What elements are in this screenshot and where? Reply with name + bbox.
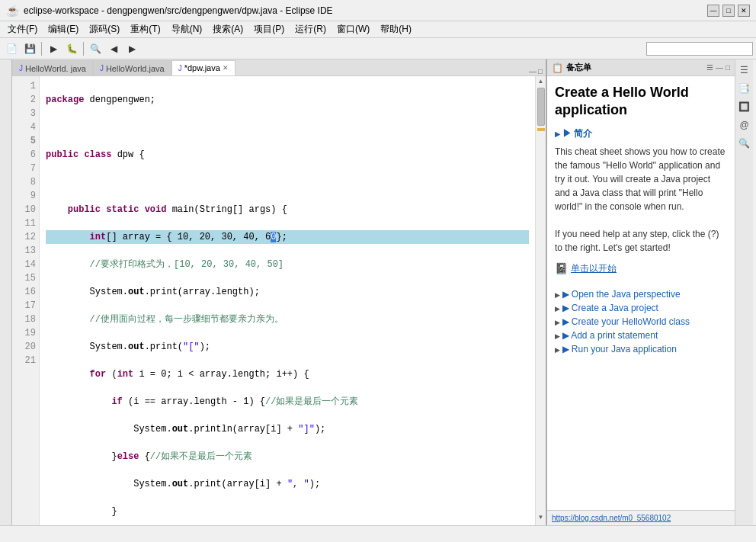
nav-link-3[interactable]: ▶ Create your HelloWorld class: [555, 316, 727, 327]
code-line-4: [46, 175, 529, 189]
tab-helloworld1[interactable]: J HelloWorld. java: [12, 60, 93, 75]
menu-run[interactable]: 运行(R): [290, 21, 331, 37]
line-num-3: 3: [12, 107, 36, 120]
code-line-10: System.out.print("[");: [46, 340, 529, 354]
new-button[interactable]: 📄: [3, 40, 20, 57]
side-icon-4[interactable]: @: [737, 117, 752, 133]
code-line-6: int[] array = { 10, 20, 30, 40, 60};: [46, 230, 529, 244]
editor-area: J HelloWorld. java J HelloWorld.java J *…: [12, 59, 546, 525]
menubar: 文件(F) 编辑(E) 源码(S) 重构(T) 导航(N) 搜索(A) 项目(P…: [0, 21, 756, 38]
line-num-9: 9: [12, 189, 36, 203]
panel-minimize-button[interactable]: ☰: [706, 63, 713, 72]
cheatsheet-start-row: 📓 单击以开始: [555, 262, 727, 275]
menu-navigate[interactable]: 导航(N): [167, 21, 207, 37]
close-button[interactable]: ✕: [738, 5, 750, 17]
panel-expand-button[interactable]: —: [716, 63, 723, 72]
line-num-15: 15: [12, 271, 36, 285]
line-num-12: 12: [12, 230, 36, 244]
menu-search[interactable]: 搜索(A): [208, 21, 248, 37]
tab-close-3[interactable]: ✕: [223, 64, 229, 72]
eclipse-icon: ☕: [6, 5, 19, 17]
scroll-down-arrow[interactable]: ▼: [537, 512, 546, 522]
cheatsheet-panel-title: 备忘单: [566, 62, 706, 73]
window-title: eclipse-workspace - dengpengwen/src/deng…: [24, 5, 333, 16]
code-content[interactable]: package dengpengwen; public class dpw { …: [40, 76, 535, 525]
code-line-14: }else {//如果不是最后一个元素: [46, 450, 529, 463]
cheatsheet-title: Create a Hello World application: [555, 84, 727, 120]
line-num-21: 21: [12, 354, 36, 367]
side-icon-1[interactable]: ☰: [737, 63, 752, 78]
notebook-icon: 📓: [555, 262, 568, 274]
cheatsheet-separator: [555, 283, 727, 289]
menu-file[interactable]: 文件(F): [3, 21, 42, 37]
code-line-3: public class dpw {: [46, 148, 529, 162]
nav-link-4[interactable]: ▶ Add a print statement: [555, 330, 727, 341]
minimize-editor-button[interactable]: —: [529, 67, 537, 75]
menu-source[interactable]: 源码(S): [85, 21, 124, 37]
forward-button[interactable]: ▶: [123, 40, 140, 57]
cheatsheet-icon: 📋: [552, 63, 563, 73]
footer-url[interactable]: https://blog.csdn.net/m0_55680102: [552, 514, 671, 522]
side-icon-3[interactable]: 🔲: [737, 99, 752, 114]
line-num-4: 4: [12, 120, 36, 134]
run-button[interactable]: ▶: [45, 40, 62, 57]
line-num-16: 16: [12, 285, 36, 299]
panel-close-button[interactable]: □: [726, 63, 730, 72]
tab-label-3: *dpw.java: [184, 63, 220, 72]
side-icon-2[interactable]: 📑: [737, 81, 752, 96]
line-num-14: 14: [12, 258, 36, 271]
code-line-2: [46, 120, 529, 134]
toolbar-separator-2: [83, 42, 84, 56]
start-link[interactable]: 单击以开始: [571, 262, 617, 275]
toolbar: 📄 💾 ▶ 🐛 🔍 ◀ ▶: [0, 38, 756, 59]
back-button[interactable]: ◀: [105, 40, 122, 57]
toolbar-search-input[interactable]: [646, 42, 753, 56]
menu-window[interactable]: 窗口(W): [332, 21, 374, 37]
tab-label-2: HelloWorld.java: [106, 64, 165, 73]
panel-header-actions: ☰ — □: [706, 63, 730, 72]
menu-project[interactable]: 项目(P): [249, 21, 289, 37]
statusbar: [0, 525, 756, 542]
cheatsheet-content: Create a Hello World application ▶ 简介 Th…: [547, 76, 735, 510]
line-num-1: 1: [12, 79, 36, 93]
code-line-11: for (int i = 0; i < array.length; i++) {: [46, 367, 529, 381]
line-num-19: 19: [12, 326, 36, 340]
cheatsheet-section-intro[interactable]: ▶ 简介: [555, 127, 727, 140]
save-button[interactable]: 💾: [21, 40, 38, 57]
menu-help[interactable]: 帮助(H): [376, 21, 416, 37]
line-num-13: 13: [12, 244, 36, 258]
maximize-button[interactable]: □: [722, 5, 735, 17]
line-num-20: 20: [12, 340, 36, 354]
line-num-17: 17: [12, 299, 36, 313]
tab-helloworld2[interactable]: J HelloWorld.java: [93, 60, 171, 75]
line-num-5: 5: [12, 134, 36, 148]
code-line-13: System.out.println(array[i] + "]");: [46, 422, 529, 436]
title-text: ☕ eclipse-workspace - dengpengwen/src/de…: [6, 5, 333, 17]
minimize-button[interactable]: —: [707, 5, 719, 17]
main-area: J HelloWorld. java J HelloWorld.java J *…: [0, 59, 756, 525]
section-arrow-icon: ▶: [562, 128, 574, 139]
maximize-editor-button[interactable]: □: [538, 67, 543, 75]
line-num-8: 8: [12, 175, 36, 189]
tab-icon-1: J: [19, 64, 23, 72]
code-line-7: //要求打印格式为，[10, 20, 30, 40, 50]: [46, 258, 529, 271]
code-line-16: }: [46, 505, 529, 518]
nav-link-5[interactable]: ▶ Run your Java application: [555, 344, 727, 354]
cheatsheet-footer: https://blog.csdn.net/m0_55680102: [547, 510, 735, 525]
toolbar-separator-1: [41, 42, 42, 56]
menu-edit[interactable]: 编辑(E): [43, 21, 83, 37]
debug-button[interactable]: 🐛: [63, 40, 80, 57]
code-line-15: System.out.print(array[i] + ", ");: [46, 477, 529, 491]
scroll-thumb[interactable]: [537, 88, 545, 126]
nav-link-2[interactable]: ▶ Create a Java project: [555, 303, 727, 313]
tab-icon-2: J: [100, 64, 104, 72]
scroll-up-arrow[interactable]: ▲: [537, 76, 546, 86]
tab-dpw[interactable]: J *dpw.java ✕: [171, 60, 235, 75]
right-icon-strip: ☰ 📑 🔲 @ 🔍: [735, 59, 753, 525]
editor-scrollbar[interactable]: ▲ ▼: [535, 76, 546, 525]
menu-refactor[interactable]: 重构(T): [126, 21, 165, 37]
side-icon-5[interactable]: 🔍: [737, 136, 752, 151]
nav-link-1[interactable]: ▶ Open the Java perspective: [555, 289, 727, 300]
code-line-12: if (i == array.length - 1) {//如果是最后一个元素: [46, 395, 529, 409]
search-btn[interactable]: 🔍: [87, 40, 104, 57]
